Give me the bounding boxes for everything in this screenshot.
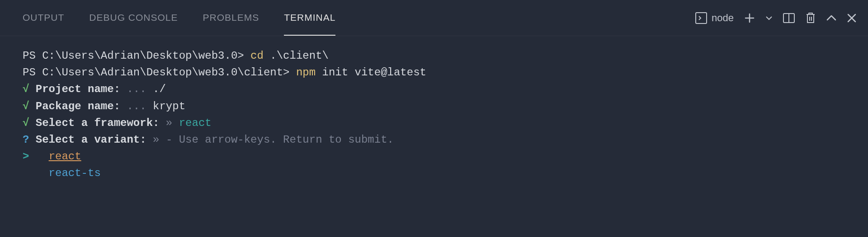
terminal-line: PS C:\Users\Adrian\Desktop\web3.0> cd .\…: [23, 47, 845, 64]
option-pad: [29, 150, 48, 163]
command-binary: cd: [250, 50, 264, 62]
new-terminal-button[interactable]: [744, 12, 755, 24]
panel-tab-bar: OUTPUT DEBUG CONSOLE PROBLEMS TERMINAL n…: [0, 0, 868, 36]
terminal-line: PS C:\Users\Adrian\Desktop\web3.0\client…: [23, 64, 845, 81]
selection-arrow-icon: >: [23, 150, 29, 163]
terminal-line: ? Select a variant: » - Use arrow-keys. …: [23, 131, 845, 148]
tab-debug-console[interactable]: DEBUG CONSOLE: [89, 0, 178, 36]
shell-selector[interactable]: node: [695, 12, 734, 24]
variant-option-selected: react: [49, 150, 81, 163]
prompt-hint: - Use arrow-keys. Return to submit.: [166, 134, 394, 146]
command-binary: npm: [296, 66, 316, 79]
ps-prompt: PS C:\Users\Adrian\Desktop\web3.0\client…: [23, 66, 296, 79]
terminal-line: > react: [23, 148, 845, 165]
question-icon: ?: [23, 134, 29, 146]
prompt-separator: »: [159, 117, 179, 129]
kill-terminal-button[interactable]: [805, 12, 816, 24]
tab-output[interactable]: OUTPUT: [23, 0, 64, 36]
check-icon: √: [23, 83, 29, 95]
prompt-answer: krypt: [153, 100, 185, 112]
prompt-separator: »: [146, 134, 166, 146]
prompt-label: Select a framework:: [29, 117, 159, 129]
terminal-toolbar: node: [695, 12, 857, 24]
maximize-panel-button[interactable]: [826, 13, 837, 23]
command-args: init vite@latest: [316, 66, 426, 79]
tab-terminal[interactable]: TERMINAL: [284, 0, 335, 36]
command-args: .\client\: [264, 50, 329, 62]
prompt-answer: react: [179, 117, 212, 129]
terminal-line: √ Select a framework: » react: [23, 115, 845, 131]
shell-name: node: [712, 12, 734, 24]
prompt-separator: ...: [120, 83, 153, 95]
terminal-output[interactable]: PS C:\Users\Adrian\Desktop\web3.0> cd .\…: [0, 36, 868, 193]
terminal-shell-icon: [695, 12, 707, 24]
terminal-line: √ Package name: ... krypt: [23, 98, 845, 115]
panel-tabs: OUTPUT DEBUG CONSOLE PROBLEMS TERMINAL: [23, 0, 335, 36]
prompt-label: Package name:: [29, 100, 120, 112]
ps-prompt: PS C:\Users\Adrian\Desktop\web3.0>: [23, 50, 250, 62]
option-pad: [23, 167, 49, 179]
check-icon: √: [23, 100, 29, 112]
check-icon: √: [23, 117, 29, 129]
prompt-label: Select a variant:: [29, 134, 146, 146]
terminal-line: √ Project name: ... ./: [23, 81, 845, 98]
variant-option: react-ts: [49, 167, 101, 179]
split-terminal-button[interactable]: [783, 12, 795, 24]
terminal-line: react-ts: [23, 165, 845, 181]
prompt-answer: ./: [153, 83, 166, 95]
prompt-separator: ...: [120, 100, 153, 112]
close-panel-button[interactable]: [847, 13, 857, 23]
terminal-panel: OUTPUT DEBUG CONSOLE PROBLEMS TERMINAL n…: [0, 0, 868, 237]
new-terminal-dropdown[interactable]: [765, 14, 773, 22]
tab-problems[interactable]: PROBLEMS: [203, 0, 259, 36]
prompt-label: Project name:: [29, 83, 120, 95]
